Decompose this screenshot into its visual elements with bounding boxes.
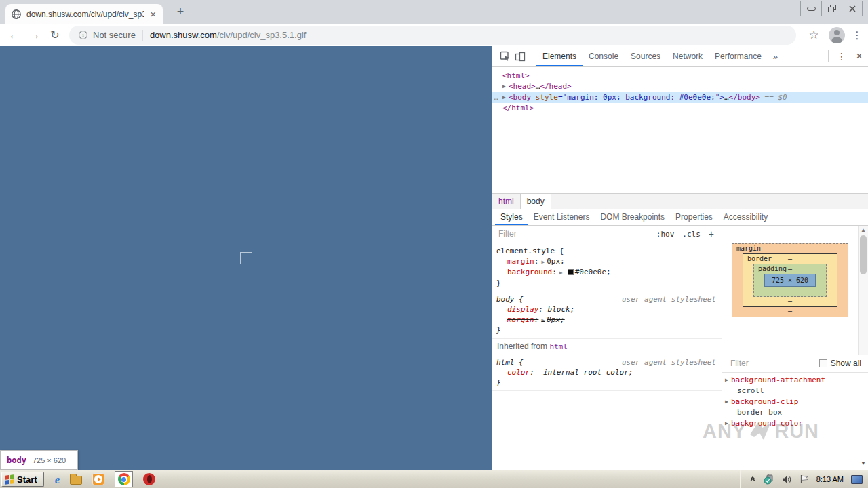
inspect-element-icon[interactable] — [498, 49, 513, 63]
elements-tree-empty-space — [492, 114, 868, 193]
tab-properties[interactable]: Properties — [670, 209, 718, 225]
info-icon[interactable]: i — [79, 30, 87, 39]
devtools-tab-network[interactable]: Network — [667, 46, 709, 66]
show-all-checkbox[interactable] — [819, 359, 827, 367]
rule-element-style[interactable]: element.style { margin:▶0px; background:… — [492, 243, 722, 291]
styles-filter-input[interactable] — [497, 228, 652, 239]
computed-property[interactable]: ▶background-attachment — [725, 375, 858, 386]
devtools-tab-sources[interactable]: Sources — [625, 46, 667, 66]
more-tabs-icon[interactable]: » — [768, 52, 783, 62]
devtools-tab-elements[interactable]: Elements — [536, 46, 583, 66]
tab-dom-breakpoints[interactable]: DOM Breakpoints — [595, 209, 670, 225]
volume-tray-icon[interactable] — [782, 475, 792, 484]
tab-styles[interactable]: Styles — [495, 209, 528, 225]
rule-html-user-agent[interactable]: user agent stylesheet html { color: -int… — [492, 354, 722, 391]
tree-row-head[interactable]: ▶<head>…</head> — [492, 81, 868, 92]
media-player-icon[interactable] — [92, 473, 104, 485]
restore-button[interactable] — [821, 1, 842, 16]
styles-filter-row: :hov .cls + — [492, 226, 722, 243]
restore-icon — [827, 4, 837, 13]
address-bar[interactable]: i Not secure down.shusw.com /clv/upd/clv… — [69, 26, 796, 45]
toggle-hover-button[interactable]: :hov — [652, 228, 679, 240]
bookmark-star-icon[interactable]: ☆ — [804, 28, 823, 42]
toggle-class-button[interactable]: .cls — [678, 228, 705, 240]
url-host: down.shusw.com — [150, 30, 217, 40]
computed-property[interactable]: ▶background-clip — [725, 396, 858, 407]
back-icon[interactable]: ← — [4, 29, 24, 41]
new-tab-button[interactable]: + — [173, 5, 188, 19]
shorthand-arrow-icon[interactable]: ▶ — [557, 270, 565, 276]
broken-image-placeholder — [240, 252, 252, 264]
start-button[interactable]: Start — [1, 472, 44, 487]
profile-avatar[interactable] — [829, 27, 845, 43]
show-desktop-icon[interactable] — [851, 475, 863, 484]
screen: down.shusw.com/clv/upd/clv_sp3.5 × + ← →… — [0, 0, 868, 488]
device-toolbar-icon[interactable] — [513, 49, 528, 63]
devtools-close-icon[interactable]: × — [850, 50, 868, 62]
devtools-menu-icon[interactable]: ⋮ — [833, 51, 850, 62]
computed-property[interactable]: ▶background-color — [725, 418, 858, 429]
globe-favicon-icon — [11, 9, 22, 20]
inherited-node-link[interactable]: html — [549, 342, 568, 351]
box-model-diagram[interactable]: margin– – border– – padding– — [732, 243, 848, 317]
forward-icon[interactable]: → — [24, 29, 45, 41]
breadcrumb: html body — [492, 193, 868, 209]
tooltip-dimensions: 725 × 620 — [33, 456, 66, 464]
color-swatch[interactable] — [568, 269, 574, 275]
close-window-button[interactable] — [842, 1, 862, 16]
windows-logo-icon — [5, 474, 14, 484]
selected-node-hint: == $0 — [765, 93, 787, 102]
shorthand-arrow-icon[interactable]: ▶ — [538, 259, 547, 265]
browser-menu-icon[interactable]: ⋮ — [850, 29, 864, 41]
header-divider — [532, 50, 532, 62]
tab-accessibility[interactable]: Accessibility — [718, 209, 773, 225]
internet-explorer-icon[interactable]: e — [55, 474, 60, 485]
rule-body-user-agent[interactable]: user agent stylesheet body { display: bl… — [492, 291, 722, 339]
overflow-dots[interactable]: … — [494, 92, 498, 103]
expand-arrow-icon[interactable]: ▶ — [725, 418, 731, 429]
opera-icon[interactable] — [143, 473, 155, 485]
chrome-icon — [118, 473, 130, 485]
scroll-down-icon[interactable]: ▼ — [861, 460, 866, 466]
breadcrumb-body[interactable]: body — [520, 194, 551, 209]
elements-tree: <html> ▶<head>…</head> …▶<body style="ma… — [492, 67, 868, 114]
computed-pane: margin– – border– – padding– — [722, 226, 868, 470]
flag-tray-icon[interactable] — [800, 474, 809, 484]
tree-row-body-selected[interactable]: …▶<body style="margin: 0px; background: … — [492, 92, 868, 103]
window-controls — [800, 1, 863, 16]
computed-filter-input[interactable] — [729, 358, 790, 369]
folder-icon[interactable] — [70, 476, 82, 485]
minimize-button[interactable] — [801, 1, 821, 16]
scroll-up-icon[interactable]: ▲ — [859, 227, 868, 233]
new-style-rule-button[interactable]: + — [705, 228, 717, 239]
expand-arrow-icon[interactable]: ▶ — [502, 92, 509, 103]
url-path: /clv/upd/clv_sp3.5.1.gif — [217, 30, 307, 40]
tab-event-listeners[interactable]: Event Listeners — [528, 209, 595, 225]
devtools-panel: Elements Console Sources Network Perform… — [492, 46, 868, 470]
tab-close-icon[interactable]: × — [149, 9, 157, 19]
expand-arrow-icon[interactable]: ▶ — [725, 396, 731, 407]
tree-row-html-open[interactable]: <html> — [492, 70, 868, 81]
tree-row-html-close[interactable]: </html> — [492, 103, 868, 114]
devtools-tab-performance[interactable]: Performance — [709, 46, 768, 66]
scrollbar-thumb[interactable] — [860, 235, 867, 274]
chrome-taskbar-button[interactable] — [115, 471, 133, 487]
system-tray: 8:13 AM — [741, 470, 868, 488]
stylesheet-origin: user agent stylesheet — [622, 294, 716, 304]
clock[interactable]: 8:13 AM — [816, 475, 844, 483]
close-icon — [848, 5, 856, 13]
box-model-content-size: 725 × 620 — [764, 274, 816, 287]
devtools-tab-console[interactable]: Console — [583, 46, 625, 66]
reload-icon[interactable]: ↻ — [45, 30, 65, 41]
browser-toolbar: ← → ↻ i Not secure down.shusw.com /clv/u… — [0, 24, 868, 46]
breadcrumb-html[interactable]: html — [492, 194, 520, 209]
hidden-icons-chevron-icon[interactable] — [749, 476, 756, 482]
expand-arrow-icon[interactable]: ▶ — [502, 81, 509, 92]
tab-strip: down.shusw.com/clv/upd/clv_sp3.5 × + — [0, 0, 868, 24]
computed-scrollbar[interactable]: ▲ — [858, 226, 868, 355]
quick-launch-bar: e — [55, 471, 156, 487]
header-divider — [828, 50, 829, 62]
browser-tab[interactable]: down.shusw.com/clv/upd/clv_sp3.5 × — [5, 4, 163, 24]
network-tray-icon[interactable] — [764, 474, 774, 485]
expand-arrow-icon[interactable]: ▶ — [725, 375, 731, 386]
